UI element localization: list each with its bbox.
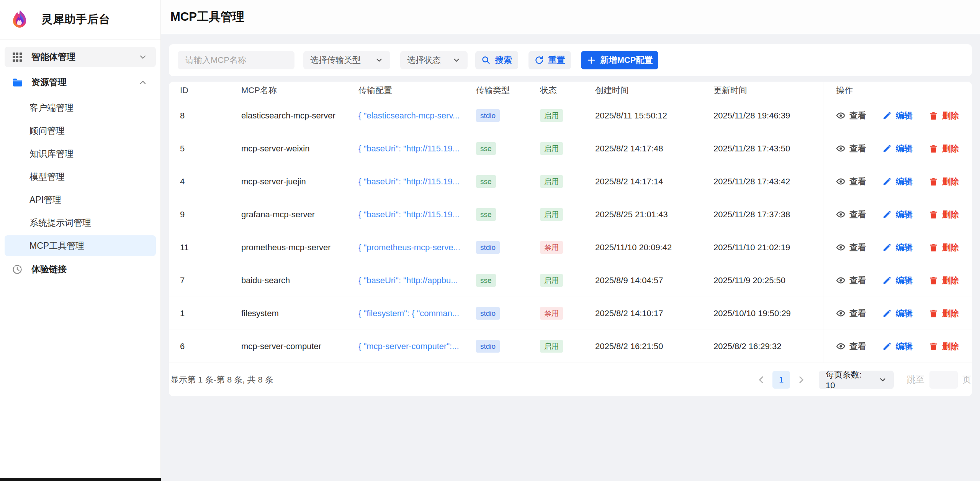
view-button[interactable]: 查看 — [836, 308, 866, 319]
cell-created-time: 2025/8/9 14:04:57 — [595, 276, 713, 286]
page-1-button[interactable]: 1 — [772, 371, 790, 389]
view-button[interactable]: 查看 — [836, 176, 866, 187]
transport-config-link[interactable]: { "baseUri": "http://115.19... — [358, 144, 460, 153]
bottom-strip — [0, 478, 161, 481]
view-button[interactable]: 查看 — [836, 275, 866, 286]
main-area: MCP工具管理 选择传输类型 选择状态 搜索 重置 新增MCP配 — [161, 0, 980, 481]
resource-submenu: 客户端管理 顾问管理 知识库管理 模型管理 API管理 系统提示词管理 MCP工… — [5, 97, 156, 256]
transport-config-link[interactable]: { "baseUri": "http://115.19... — [358, 210, 460, 219]
sidebar-item-model-management[interactable]: 模型管理 — [5, 166, 156, 187]
cell-id: 7 — [169, 276, 241, 286]
sidebar-item-api-management[interactable]: API管理 — [5, 189, 156, 210]
edit-button[interactable]: 编辑 — [882, 176, 913, 187]
mcp-name-input[interactable] — [178, 51, 294, 69]
mcp-table: ID MCP名称 传输配置 传输类型 状态 创建时间 更新时间 操作 8 ela… — [169, 82, 972, 396]
table-row: 1 filesystem { "filesystem": { "comman..… — [169, 297, 972, 330]
delete-button[interactable]: 删除 — [929, 275, 959, 286]
transport-type-badge: stdio — [476, 307, 500, 320]
sidebar-group-agent-label: 智能体管理 — [31, 51, 75, 63]
sidebar-group-experience[interactable]: 体验链接 — [5, 259, 156, 279]
edit-button[interactable]: 编辑 — [882, 341, 913, 352]
search-button-label: 搜索 — [495, 54, 512, 66]
prev-page-button[interactable] — [756, 375, 766, 385]
view-button[interactable]: 查看 — [836, 110, 866, 121]
transport-config-link[interactable]: { "prometheus-mcp-serve... — [358, 243, 460, 252]
eye-icon — [836, 276, 846, 285]
eye-icon — [836, 111, 846, 120]
edit-button[interactable]: 编辑 — [882, 110, 913, 121]
delete-button[interactable]: 删除 — [929, 143, 959, 154]
view-button[interactable]: 查看 — [836, 341, 866, 352]
sidebar-item-label: MCP工具管理 — [29, 240, 84, 252]
view-button[interactable]: 查看 — [836, 209, 866, 220]
view-button-label: 查看 — [849, 341, 866, 352]
view-button[interactable]: 查看 — [836, 143, 866, 154]
sidebar-group-experience-label: 体验链接 — [31, 263, 67, 275]
transport-type-select[interactable]: 选择传输类型 — [303, 51, 390, 69]
status-select[interactable]: 选择状态 — [400, 51, 468, 69]
sidebar-group-resource[interactable]: 资源管理 — [5, 72, 156, 92]
cell-created-time: 2025/8/11 15:50:12 — [595, 111, 713, 121]
page-size-select[interactable]: 每页条数: 10 — [819, 371, 894, 389]
edit-button[interactable]: 编辑 — [882, 242, 913, 253]
sidebar-item-client-management[interactable]: 客户端管理 — [5, 97, 156, 118]
cell-updated-time: 2025/11/28 19:46:39 — [713, 111, 823, 121]
cell-created-time: 2025/8/2 14:17:14 — [595, 177, 713, 187]
sidebar-group-agent[interactable]: 智能体管理 — [5, 47, 156, 67]
status-badge: 启用 — [540, 109, 563, 122]
jump-page-input[interactable] — [929, 371, 958, 389]
sidebar-item-advisor-management[interactable]: 顾问管理 — [5, 120, 156, 141]
transport-type-badge: sse — [476, 208, 496, 221]
transport-config-link[interactable]: { "mcp-server-computer":... — [358, 341, 459, 351]
transport-config-link[interactable]: { "filesystem": { "comman... — [358, 309, 459, 318]
trash-icon — [929, 210, 938, 219]
content: 选择传输类型 选择状态 搜索 重置 新增MCP配置 ID — [161, 34, 980, 481]
trash-icon — [929, 341, 938, 351]
transport-config-link[interactable]: { "elasticsearch-mcp-serv... — [358, 111, 460, 120]
transport-config-link[interactable]: { "baseUri": "http://appbu... — [358, 276, 458, 285]
chevron-up-icon — [138, 78, 147, 87]
delete-button[interactable]: 删除 — [929, 308, 959, 319]
search-button[interactable]: 搜索 — [475, 51, 518, 69]
add-mcp-button[interactable]: 新增MCP配置 — [581, 51, 658, 69]
cell-id: 1 — [169, 309, 241, 318]
reset-button[interactable]: 重置 — [528, 51, 571, 69]
delete-button[interactable]: 删除 — [929, 209, 959, 220]
edit-button[interactable]: 编辑 — [882, 209, 913, 220]
sidebar-item-knowledge-management[interactable]: 知识库管理 — [5, 143, 156, 164]
next-page-button[interactable] — [796, 375, 806, 385]
table-row: 7 baidu-search { "baseUri": "http://appb… — [169, 264, 972, 297]
cell-id: 5 — [169, 144, 241, 154]
status-badge: 启用 — [540, 274, 563, 287]
delete-button[interactable]: 删除 — [929, 176, 959, 187]
edit-button[interactable]: 编辑 — [882, 308, 913, 319]
delete-button[interactable]: 删除 — [929, 341, 959, 352]
cell-updated-time: 2025/11/10 21:02:19 — [713, 243, 823, 253]
grid-icon — [12, 52, 22, 62]
sidebar-item-label: 知识库管理 — [29, 148, 74, 160]
delete-button[interactable]: 删除 — [929, 110, 959, 121]
view-button-label: 查看 — [849, 209, 866, 220]
edit-button-label: 编辑 — [896, 308, 913, 319]
sidebar-item-label: 客户端管理 — [29, 102, 74, 114]
app-title: 灵犀助手后台 — [41, 12, 110, 27]
sidebar-item-mcp-management[interactable]: MCP工具管理 — [5, 235, 156, 256]
sidebar-item-prompt-management[interactable]: 系统提示词管理 — [5, 212, 156, 233]
eye-icon — [836, 341, 846, 351]
folder-icon — [12, 77, 22, 87]
edit-button[interactable]: 编辑 — [882, 143, 913, 154]
cell-created-time: 2025/8/2 14:17:48 — [595, 144, 713, 154]
cell-id: 4 — [169, 177, 241, 187]
pencil-icon — [882, 177, 892, 186]
cell-id: 9 — [169, 210, 241, 220]
cell-mcp-name: elasticsearch-mcp-server — [241, 111, 358, 121]
table-row: 8 elasticsearch-mcp-server { "elasticsea… — [169, 99, 972, 132]
delete-button[interactable]: 删除 — [929, 242, 959, 253]
sidebar-item-label: API管理 — [29, 194, 61, 206]
eye-icon — [836, 177, 846, 186]
status-badge: 禁用 — [540, 307, 563, 320]
view-button[interactable]: 查看 — [836, 242, 866, 253]
view-button-label: 查看 — [849, 143, 866, 154]
edit-button[interactable]: 编辑 — [882, 275, 913, 286]
transport-config-link[interactable]: { "baseUri": "http://115.19... — [358, 177, 460, 186]
